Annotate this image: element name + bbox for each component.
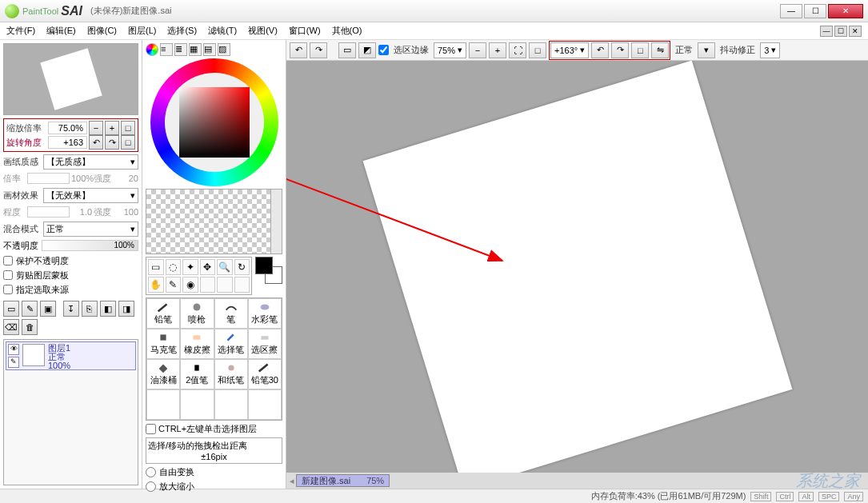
brush-marker[interactable]: 马克笔 [146,329,180,359]
doc-close-button[interactable]: ✕ [849,26,862,37]
lasso-tool[interactable]: ◌ [166,259,182,275]
color-wheel[interactable] [146,58,282,186]
zoom-select[interactable]: 75% ▾ [434,42,466,58]
move-tool[interactable]: ✥ [200,259,216,275]
brush-watercolor[interactable]: 水彩笔 [248,298,282,329]
zoom-100-tb-button[interactable]: □ [529,42,546,58]
rotate-cw-button[interactable]: ↷ [105,135,119,150]
menu-window[interactable]: 窗口(W) [289,25,321,37]
zoom-reset-button[interactable]: □ [121,121,135,135]
brush-select-pen[interactable]: 选择笔 [214,329,248,359]
fg-color-swatch[interactable] [255,257,273,274]
stabilizer-select[interactable]: 3 ▾ [760,42,780,58]
magic-wand-tool[interactable]: ✦ [182,259,198,275]
minimize-button[interactable]: — [780,4,802,18]
zoom-in-button[interactable]: + [105,121,119,135]
new-linework-button[interactable]: ✎ [22,301,38,317]
zoom-value[interactable]: 75.0% [48,122,87,134]
opacity-slider[interactable]: 100% [42,240,138,251]
undo-button[interactable]: ↶ [290,42,307,58]
rotate-value[interactable]: +163 [48,136,87,149]
menu-other[interactable]: 其他(O) [332,25,362,37]
rotate-reset-button[interactable]: □ [121,135,135,150]
zoom-tool[interactable]: 🔍 [217,259,233,275]
navigator-preview[interactable] [3,43,138,115]
doc-minimize-button[interactable]: — [820,26,833,37]
menu-edit[interactable]: 编辑(E) [46,25,76,37]
blend-mode-select[interactable]: 正常▾ [43,222,138,237]
zoom-out-tb-button[interactable]: − [469,42,486,58]
menu-file[interactable]: 文件(F) [6,25,35,37]
brush-washi[interactable]: 和纸笔 [214,359,248,389]
protect-opacity-checkbox[interactable] [3,256,13,265]
zoom-in-tb-button[interactable]: + [489,42,506,58]
doc-restore-button[interactable]: ☐ [834,26,847,37]
menu-image[interactable]: 图像(C) [87,25,117,37]
new-folder-button[interactable]: ▣ [40,301,56,317]
color-square[interactable] [179,87,250,158]
brush-select-eraser[interactable]: 选区擦 [248,329,282,359]
rotate-tool[interactable]: ↻ [234,259,250,275]
transfer-down-button[interactable]: ↧ [63,301,79,317]
close-button[interactable]: ✕ [828,4,863,18]
menu-view[interactable]: 视图(V) [248,25,278,37]
rotation-input[interactable]: +163° ▾ [550,42,589,58]
deselect-button[interactable]: ▭ [338,42,356,58]
clip-mask-checkbox[interactable] [3,270,13,280]
swatch-area[interactable] [146,189,282,254]
canvas-paper[interactable] [362,61,792,473]
delete-layer-button[interactable]: 🗑 [22,319,38,335]
rotate-ccw-tb-button[interactable]: ↶ [591,42,609,58]
rect-select-tool[interactable]: ▭ [148,259,164,275]
layer-edit-icon[interactable]: ✎ [8,357,19,368]
brush-brush[interactable]: 笔 [214,298,248,329]
fg-bg-color[interactable] [255,257,282,284]
menu-select[interactable]: 选择(S) [167,25,197,37]
drag-detect-value[interactable]: ±16pix [148,452,280,461]
swatch-scrollbar[interactable] [270,190,282,253]
apply-mask-button[interactable]: ◨ [118,301,134,317]
scale-transform-radio[interactable] [146,481,156,492]
layer-list[interactable]: 👁 ✎ 图层1 正常 100% [3,339,138,485]
hsv-slider-mode-icon[interactable]: ≣ [174,43,187,56]
layer-visible-icon[interactable]: 👁 [8,344,19,355]
brush-airbrush[interactable]: 喷枪 [180,298,214,329]
merge-down-button[interactable]: ⎘ [82,301,98,317]
hand-tool[interactable]: ✋ [148,277,164,293]
blend-dropdown-button[interactable]: ▾ [698,42,715,58]
brush-pencil[interactable]: 铅笔 [146,298,180,329]
rgb-slider-mode-icon[interactable]: ≡ [160,43,173,56]
paper-texture-select[interactable]: 【无质感】▾ [43,154,138,170]
zoom-fit-tb-button[interactable]: ⛶ [509,42,526,58]
brush-binary[interactable]: 2值笔 [180,359,214,389]
clear-layer-button[interactable]: ⌫ [3,319,19,335]
document-tab[interactable]: 新建图像.sai 75% [296,474,390,487]
new-layer-button[interactable]: ▭ [3,301,19,317]
rotate-reset-tb-button[interactable]: □ [631,42,649,58]
rotate-cw-tb-button[interactable]: ↷ [611,42,629,58]
add-mask-button[interactable]: ◧ [100,301,116,317]
rotate-ccw-button[interactable]: ↶ [89,135,103,150]
brush-pencil30[interactable]: 铅笔30 [248,359,282,389]
gray-mode-icon[interactable]: ▦ [189,43,202,56]
invert-sel-button[interactable]: ◩ [358,42,376,58]
redo-button[interactable]: ↷ [310,42,327,58]
maximize-button[interactable]: ☐ [804,4,826,18]
ctrl-click-checkbox[interactable] [146,424,156,434]
color-wheel-mode-icon[interactable] [146,43,158,56]
sel-edge-checkbox[interactable] [378,45,389,55]
menu-filter[interactable]: 滤镜(T) [208,25,237,37]
swatch-mode-icon[interactable]: ▤ [203,43,216,56]
eyedropper-tool[interactable]: ✎ [166,277,182,293]
brush-bucket[interactable]: 油漆桶 [146,359,180,389]
zoom-out-button[interactable]: − [89,121,103,135]
free-transform-radio[interactable] [146,467,156,477]
menu-layer[interactable]: 图层(L) [128,25,156,37]
brush-eraser[interactable]: 橡皮擦 [180,329,214,359]
flip-h-tb-button[interactable]: ⇋ [651,42,669,58]
material-effect-select[interactable]: 【无效果】▾ [43,188,138,203]
canvas-viewport[interactable] [286,61,868,473]
select-source-checkbox[interactable] [3,285,13,294]
tab-prev-icon[interactable]: ◂ [290,476,294,486]
layer-item[interactable]: 👁 ✎ 图层1 正常 100% [6,341,136,370]
